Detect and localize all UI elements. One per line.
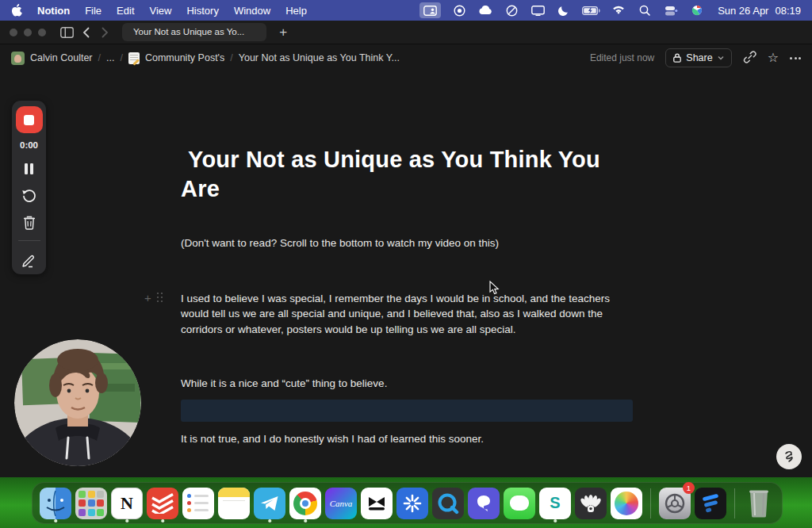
menu-history[interactable]: History	[186, 5, 218, 17]
breadcrumb-workspace[interactable]: Calvin Coulter	[30, 52, 93, 63]
camera-shutter-icon[interactable]	[451, 2, 467, 18]
dock-todoist-icon[interactable]	[147, 485, 178, 522]
menu-date: Sun 26 Apr	[718, 5, 768, 17]
paragraph-1[interactable]: I used to believe I was special, I remem…	[181, 291, 633, 338]
dock-notes-icon[interactable]	[218, 485, 250, 522]
restart-recording-button[interactable]	[20, 188, 39, 204]
back-button[interactable]	[76, 24, 95, 41]
draw-pen-button[interactable]	[20, 252, 39, 268]
dock-reminders-icon[interactable]	[182, 485, 214, 522]
screen-sharing-icon[interactable]	[419, 2, 441, 18]
dock-canva-icon[interactable]: Canva	[325, 485, 357, 522]
recording-timer: 0:00	[20, 140, 38, 150]
zoom-window-button[interactable]	[38, 29, 46, 36]
minimize-window-button[interactable]	[24, 29, 32, 36]
user-switch-icon[interactable]	[663, 2, 679, 18]
dock-divider	[650, 488, 651, 518]
stop-recording-button[interactable]	[16, 106, 43, 133]
dock-settings-icon[interactable]: 1	[659, 485, 691, 522]
annotation-widget-button[interactable]	[776, 444, 802, 469]
dock-blue-star-app-icon[interactable]	[396, 485, 428, 522]
recording-toolbar: 0:00	[12, 101, 46, 274]
breadcrumb-parent[interactable]: Community Post's	[145, 52, 224, 63]
dock-peacock-icon[interactable]	[575, 485, 607, 522]
tab-bar: Your Not as Unique as Yo... +	[0, 21, 812, 44]
menu-app-name[interactable]: Notion	[37, 5, 70, 17]
menu-help[interactable]: Help	[285, 5, 307, 17]
add-block-button[interactable]: +	[144, 292, 151, 304]
sidebar-toggle-icon[interactable]	[57, 24, 76, 41]
dock-launchpad-icon[interactable]	[75, 485, 107, 522]
desktop: Notion File Edit View History Window Hel…	[0, 0, 812, 528]
spotlight-icon[interactable]	[637, 2, 653, 18]
new-tab-button[interactable]: +	[279, 25, 287, 39]
dock-messages-icon[interactable]	[504, 485, 535, 522]
more-options-icon[interactable]	[790, 57, 801, 59]
paragraph-3[interactable]: It is not true, and I do honestly wish I…	[181, 431, 633, 447]
apple-menu-icon[interactable]	[11, 4, 22, 17]
dock-quicktime-icon[interactable]	[432, 485, 464, 522]
menu-edit[interactable]: Edit	[117, 5, 134, 17]
paragraph-2[interactable]: While it is a nice and “cute” thing to b…	[181, 376, 633, 392]
breadcrumb-ellipsis[interactable]: ...	[106, 52, 114, 63]
menu-file[interactable]: File	[85, 5, 102, 17]
pause-recording-button[interactable]	[20, 161, 39, 177]
chevron-down-icon	[718, 55, 724, 60]
mouse-cursor	[489, 281, 500, 298]
breadcrumb-separator: /	[98, 52, 101, 63]
webcam-overlay[interactable]	[14, 339, 141, 466]
lock-icon	[673, 53, 681, 63]
share-button[interactable]: Share	[665, 48, 731, 67]
forward-button[interactable]	[95, 24, 114, 41]
breadcrumb-current[interactable]: Your Not as Unique as You Think Y...	[239, 52, 400, 63]
copy-link-icon[interactable]	[743, 51, 756, 66]
subtitle-paragraph[interactable]: (Don't want to read? Scroll to the botto…	[181, 235, 633, 251]
wifi-icon[interactable]	[611, 2, 626, 18]
battery-icon[interactable]	[582, 2, 600, 18]
topbar: Calvin Coulter / ... / Community Post's …	[0, 44, 812, 71]
page-icon	[128, 52, 140, 64]
dock-purple-app-icon[interactable]	[468, 485, 500, 522]
dock-notion-icon[interactable]: N	[111, 485, 143, 522]
favorite-star-icon[interactable]: ☆	[768, 52, 779, 64]
dock-finder-icon[interactable]	[40, 485, 71, 522]
dock-surfshark-icon[interactable]: S	[539, 485, 571, 522]
selected-empty-block	[181, 400, 633, 422]
page-title[interactable]: Your Not as Unique as You Think You Are	[181, 145, 633, 204]
moon-icon[interactable]	[556, 2, 572, 18]
settings-badge: 1	[683, 482, 695, 494]
drag-handle[interactable]	[157, 293, 163, 303]
dock-photos-icon[interactable]	[611, 485, 642, 522]
do-not-disturb-icon[interactable]	[504, 2, 519, 18]
menu-view[interactable]: View	[150, 5, 172, 17]
dock-chrome-icon[interactable]	[289, 485, 321, 522]
menu-clock[interactable]: Sun 26 Apr 08:19	[718, 5, 801, 17]
dock-capcut-icon[interactable]	[361, 485, 393, 522]
menu-time: 08:19	[775, 5, 801, 17]
tab-active[interactable]: Your Not as Unique as Yo...	[122, 23, 266, 41]
menu-window[interactable]: Window	[234, 5, 270, 17]
menu-bar: Notion File Edit View History Window Hel…	[0, 0, 812, 21]
breadcrumb-separator: /	[120, 52, 122, 63]
display-icon[interactable]	[530, 2, 546, 18]
discard-recording-button[interactable]	[20, 215, 39, 231]
cloud-icon[interactable]	[477, 2, 493, 18]
dock: N Canva	[32, 482, 783, 524]
dock-telegram-icon[interactable]	[254, 485, 285, 522]
dock-divider	[734, 488, 735, 518]
edited-status: Edited just now	[590, 52, 654, 63]
workspace-avatar[interactable]	[11, 52, 25, 65]
dock-trash-icon[interactable]	[743, 485, 775, 522]
close-window-button[interactable]	[10, 29, 17, 36]
color-wheel-icon[interactable]	[689, 2, 705, 18]
breadcrumb-separator: /	[230, 52, 232, 63]
dock-blue-stripes-app-icon[interactable]	[695, 485, 726, 522]
